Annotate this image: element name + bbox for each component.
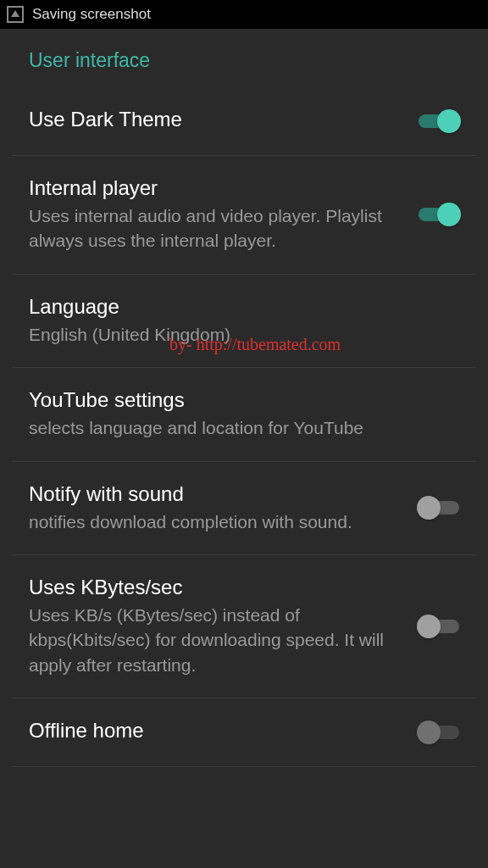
toggle-knob: [417, 615, 441, 638]
toggle-knob: [417, 721, 441, 744]
setting-title: Internal player: [29, 176, 402, 200]
setting-title: Uses KBytes/sec: [29, 576, 402, 599]
toggle-knob: [417, 496, 441, 520]
toggle-offline-home[interactable]: [419, 726, 459, 739]
setting-description: Uses internal audio and video player. Pl…: [29, 203, 402, 253]
notification-bar: Saving screenshot: [0, 0, 488, 29]
setting-internal-player[interactable]: Internal player Uses internal audio and …: [12, 156, 476, 275]
setting-title: Notify with sound: [29, 482, 402, 506]
setting-description: notifies download completion with sound.: [29, 509, 402, 534]
setting-youtube[interactable]: YouTube settings selects language and lo…: [12, 368, 476, 461]
toggle-dark-theme[interactable]: [419, 114, 459, 128]
section-header: User interface: [12, 29, 476, 87]
setting-offline-home[interactable]: Offline home: [12, 698, 476, 767]
setting-notify-sound[interactable]: Notify with sound notifies download comp…: [12, 462, 476, 555]
toggle-notify-sound[interactable]: [419, 501, 459, 515]
toggle-knob: [437, 109, 461, 133]
toggle-knob: [437, 203, 461, 226]
watermark-text: by- http://tubemated.com: [169, 335, 341, 354]
setting-description: selects language and location for YouTub…: [29, 415, 459, 440]
setting-kbytes[interactable]: Uses KBytes/sec Uses KB/s (KBytes/sec) i…: [12, 555, 476, 698]
setting-description: Uses KB/s (KBytes/sec) instead of kbps(K…: [29, 603, 402, 677]
setting-dark-theme[interactable]: Use Dark Theme: [12, 87, 476, 156]
setting-title: Use Dark Theme: [29, 108, 402, 131]
setting-title: Language: [29, 295, 459, 319]
toggle-internal-player[interactable]: [419, 208, 459, 221]
toggle-kbytes[interactable]: [419, 620, 459, 633]
setting-content: Internal player Uses internal audio and …: [29, 176, 419, 253]
notification-text: Saving screenshot: [32, 6, 151, 23]
setting-content: Use Dark Theme: [29, 108, 419, 135]
image-icon: [7, 6, 24, 23]
settings-container: User interface Use Dark Theme Internal p…: [0, 29, 488, 767]
setting-content: Uses KBytes/sec Uses KB/s (KBytes/sec) i…: [29, 576, 419, 677]
setting-content: Offline home: [29, 719, 419, 746]
setting-title: YouTube settings: [29, 388, 459, 412]
setting-content: Notify with sound notifies download comp…: [29, 482, 419, 534]
setting-title: Offline home: [29, 719, 402, 743]
